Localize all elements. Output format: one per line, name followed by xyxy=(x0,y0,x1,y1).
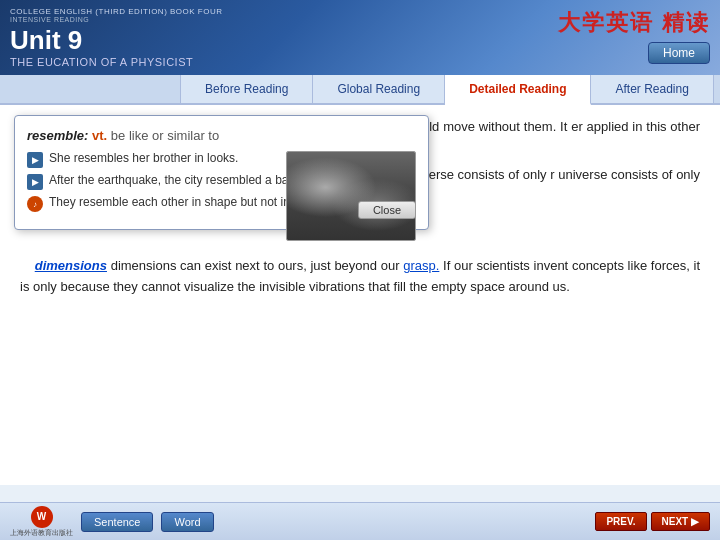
unit-number: Unit 9 xyxy=(10,25,223,56)
tooltip-popup: resemble: vt. be like or similar to ▶ Sh… xyxy=(14,115,429,230)
main-content: resemble: vt. be like or similar to ▶ Sh… xyxy=(0,105,720,485)
grasp-link[interactable]: grasp. xyxy=(403,258,439,273)
arrow-icon-1: ▶ xyxy=(27,152,43,168)
tab-before-reading[interactable]: Before Reading xyxy=(180,75,313,103)
header: COLLEGE ENGLISH (THIRD EDITION) BOOK FOU… xyxy=(0,0,720,75)
tooltip-image xyxy=(286,151,416,241)
course-type: INTENSIVE READING xyxy=(10,16,223,23)
arrow-icon-2: ▶ xyxy=(27,174,43,190)
word-button[interactable]: Word xyxy=(161,512,213,532)
sentence-button[interactable]: Sentence xyxy=(81,512,153,532)
footer-right: PREV. NEXT ▶ xyxy=(595,512,710,531)
header-right: 大学英语 精读 Home xyxy=(558,8,710,64)
footer: W 上海外语教育出版社 Sentence Word PREV. NEXT ▶ xyxy=(0,502,720,540)
book-info: COLLEGE ENGLISH (THIRD EDITION) BOOK FOU… xyxy=(10,7,223,16)
unit-title: The Eucation of a Physicist xyxy=(10,56,223,68)
next-button[interactable]: NEXT ▶ xyxy=(651,512,710,531)
speaker-icon[interactable]: ♪ xyxy=(27,196,43,212)
dimensions-link[interactable]: dimensions xyxy=(35,258,107,273)
nav-tabs: Before Reading Global Reading Detailed R… xyxy=(0,75,720,105)
tab-global-reading[interactable]: Global Reading xyxy=(313,75,445,103)
tab-after-reading[interactable]: After Reading xyxy=(591,75,713,103)
tab-detailed-reading[interactable]: Detailed Reading xyxy=(445,75,591,105)
logo: 大学英语 精读 xyxy=(558,8,710,38)
tooltip-word: resemble: vt. be like or similar to xyxy=(27,128,416,143)
para3: dimensions dimensions can exist next to … xyxy=(20,256,700,298)
prev-button[interactable]: PREV. xyxy=(595,512,646,531)
publisher-logo: W 上海外语教育出版社 xyxy=(10,506,73,538)
close-button[interactable]: Close xyxy=(358,201,416,219)
logo-mark: W xyxy=(31,506,53,528)
footer-left: W 上海外语教育出版社 Sentence Word xyxy=(10,506,214,538)
home-button[interactable]: Home xyxy=(648,42,710,64)
header-left: COLLEGE ENGLISH (THIRD EDITION) BOOK FOU… xyxy=(10,7,223,68)
